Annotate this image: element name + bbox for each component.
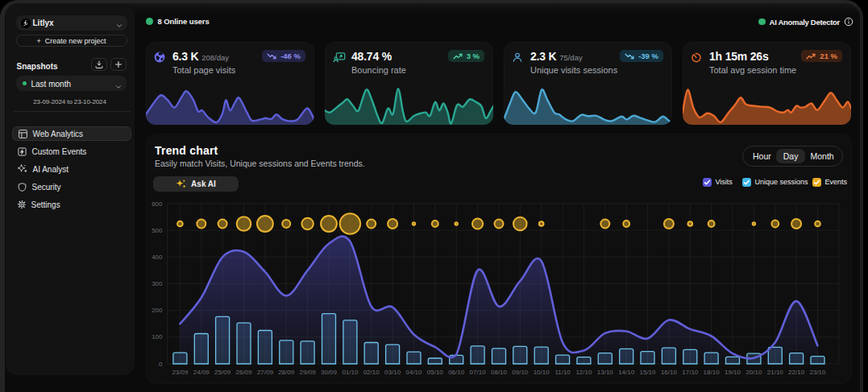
svg-text:400: 400 [152,254,163,261]
svg-text:01/10: 01/10 [342,369,359,376]
svg-text:02/10: 02/10 [363,369,380,376]
svg-text:26/09: 26/09 [235,369,252,376]
svg-text:14/10: 14/10 [618,369,635,376]
svg-text:300: 300 [152,280,163,287]
svg-text:03/10: 03/10 [384,369,401,376]
svg-text:20/10: 20/10 [745,369,762,376]
svg-text:15/10: 15/10 [639,369,656,376]
svg-text:13/10: 13/10 [597,369,614,376]
svg-text:09/10: 09/10 [512,369,529,376]
svg-text:22/10: 22/10 [788,369,805,376]
svg-text:06/10: 06/10 [448,369,465,376]
svg-text:24/09: 24/09 [193,369,210,376]
svg-text:29/09: 29/09 [300,369,317,376]
svg-text:23/10: 23/10 [809,369,826,376]
svg-text:28/09: 28/09 [278,369,295,376]
svg-text:27/09: 27/09 [257,369,274,376]
svg-text:08/10: 08/10 [491,369,508,376]
svg-text:12/10: 12/10 [575,369,592,376]
svg-text:500: 500 [152,227,163,234]
svg-text:05/10: 05/10 [427,369,444,376]
svg-text:600: 600 [152,200,163,208]
svg-text:11/10: 11/10 [554,369,571,376]
svg-text:23/09: 23/09 [172,369,189,376]
svg-text:07/10: 07/10 [470,369,487,376]
svg-text:19/10: 19/10 [725,369,741,376]
svg-text:200: 200 [152,307,163,314]
svg-text:30/09: 30/09 [321,369,338,376]
svg-text:10/10: 10/10 [534,369,550,376]
svg-text:16/10: 16/10 [661,369,678,376]
svg-text:18/10: 18/10 [704,369,721,376]
svg-text:25/09: 25/09 [214,369,231,376]
svg-text:100: 100 [152,333,163,340]
svg-text:21/10: 21/10 [767,369,784,376]
svg-text:17/10: 17/10 [682,369,699,376]
svg-text:0: 0 [159,361,163,368]
svg-text:04/10: 04/10 [405,369,422,376]
